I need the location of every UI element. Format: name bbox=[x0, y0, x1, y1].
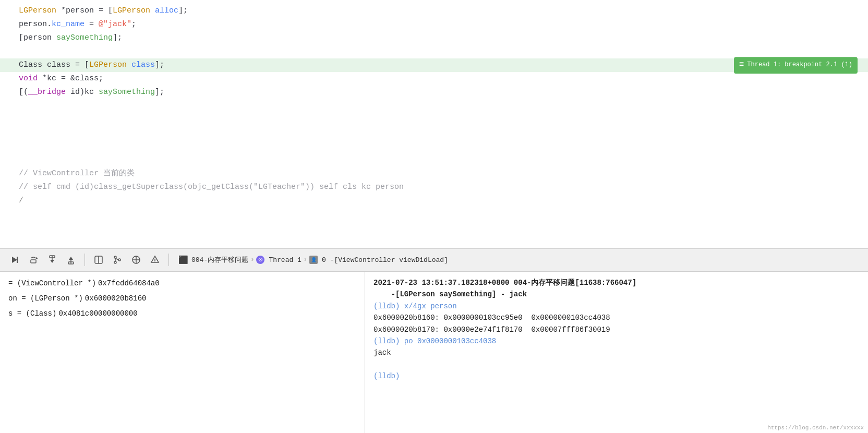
step-over-button[interactable] bbox=[25, 251, 42, 268]
console-line: (lldb) po 0x0000000103cc4038 bbox=[373, 335, 860, 347]
svg-rect-1 bbox=[17, 257, 18, 263]
thread-icon: ⦿ bbox=[256, 256, 264, 264]
console-line: -[LGPerson saySomething] - jack bbox=[373, 288, 860, 300]
code-line-content: [(__bridge id)kc saySomething]; bbox=[0, 86, 164, 99]
code-line bbox=[0, 99, 868, 113]
step-out-button[interactable] bbox=[63, 251, 79, 268]
slash-marker: / bbox=[0, 194, 868, 208]
code-line-content bbox=[0, 45, 23, 58]
var-value: 0x7fedd64084a0 bbox=[98, 278, 160, 289]
breadcrumb-file[interactable]: ⬛ 004-内存平移问题 bbox=[178, 255, 248, 265]
breadcrumb-frame[interactable]: 👤 0 -[ViewController viewDidLoad] bbox=[309, 256, 448, 264]
breadcrumb-file-label: 004-内存平移问题 bbox=[191, 255, 248, 264]
svg-line-16 bbox=[115, 258, 118, 260]
svg-point-22 bbox=[154, 261, 155, 262]
code-line-content: // ViewController 当前的类 bbox=[0, 167, 135, 180]
panel-toggle-button[interactable] bbox=[90, 251, 107, 268]
console-line: 0x6000020b8160: 0x0000000103cc95e0 0x000… bbox=[373, 312, 860, 323]
variable-row: on = (LGPerson *) 0x6000020b8160 bbox=[0, 291, 365, 306]
var-name: on = (LGPerson *) bbox=[8, 293, 83, 304]
code-line: LGPerson *person = [LGPerson alloc]; bbox=[0, 4, 868, 18]
variables-panel: = (ViewController *) 0x7fedd64084a0on = … bbox=[0, 272, 365, 433]
code-line: [(__bridge id)kc saySomething]; bbox=[0, 86, 868, 99]
code-line-content bbox=[0, 127, 23, 139]
code-line: // ViewController 当前的类 bbox=[0, 167, 868, 181]
code-line-content: Class class = [LGPerson class]; bbox=[0, 59, 164, 71]
console-line: 0x6000020b8170: 0x0000e2e74f1f8170 0x000… bbox=[373, 324, 860, 335]
svg-point-12 bbox=[114, 256, 116, 258]
branch-button[interactable] bbox=[109, 251, 126, 268]
var-name: s = (Class) bbox=[8, 308, 56, 319]
svg-point-14 bbox=[118, 259, 120, 261]
filter-button[interactable] bbox=[128, 251, 144, 268]
svg-marker-8 bbox=[69, 257, 73, 260]
console-line: (lldb) bbox=[373, 370, 860, 382]
console-line: (lldb) x/4gx person bbox=[373, 300, 860, 312]
svg-marker-5 bbox=[50, 260, 54, 263]
continue-button[interactable] bbox=[6, 251, 23, 268]
breadcrumb-thread-label: Thread 1 bbox=[269, 256, 301, 264]
breadcrumb-thread[interactable]: ⦿ Thread 1 bbox=[256, 256, 301, 264]
console-line: 2021-07-23 13:51:37.182318+0800 004-内存平移… bbox=[373, 277, 860, 288]
code-line-content bbox=[0, 154, 23, 166]
variable-row: = (ViewController *) 0x7fedd64084a0 bbox=[0, 276, 365, 291]
code-line bbox=[0, 140, 868, 153]
breadcrumb: ⬛ 004-内存平移问题 › ⦿ Thread 1 › 👤 0 -[ViewCo… bbox=[178, 255, 448, 265]
svg-marker-2 bbox=[36, 257, 38, 259]
code-line-content bbox=[0, 140, 23, 153]
code-line-content: person.kc_name = @"jack"; bbox=[0, 18, 136, 31]
var-value: 0x4081c00000000000 bbox=[58, 308, 137, 319]
svg-point-13 bbox=[114, 261, 116, 263]
bottom-panel: = (ViewController *) 0x7fedd64084a0on = … bbox=[0, 271, 868, 433]
watermark: https://blog.csdn.net/xxxxxx bbox=[767, 425, 864, 431]
svg-marker-0 bbox=[12, 257, 17, 263]
console-line: jack bbox=[373, 347, 860, 358]
code-line bbox=[0, 45, 868, 58]
breadcrumb-sep-1: › bbox=[250, 256, 254, 263]
code-line-content: void *kc = &class; bbox=[0, 73, 103, 85]
code-line: void *kc = &class; bbox=[0, 72, 868, 86]
code-line: Class class = [LGPerson class];≡Thread 1… bbox=[0, 58, 868, 72]
var-value: 0x6000020b8160 bbox=[85, 293, 147, 304]
code-line bbox=[0, 126, 868, 140]
svg-rect-3 bbox=[31, 260, 36, 263]
code-line-content: LGPerson *person = [LGPerson alloc]; bbox=[0, 5, 188, 17]
var-name: = (ViewController *) bbox=[8, 278, 96, 289]
console-panel[interactable]: 2021-07-23 13:51:37.182318+0800 004-内存平移… bbox=[365, 272, 868, 433]
step-into-button[interactable] bbox=[44, 251, 61, 268]
code-line: person.kc_name = @"jack"; bbox=[0, 18, 868, 31]
code-lines: LGPerson *person = [LGPerson alloc];pers… bbox=[0, 0, 868, 212]
code-line-content bbox=[0, 113, 23, 126]
toolbar-divider-2 bbox=[168, 254, 169, 266]
code-line-content bbox=[0, 100, 23, 112]
code-line: [person saySomething]; bbox=[0, 31, 868, 45]
breadcrumb-frame-label: 0 -[ViewController viewDidLoad] bbox=[322, 256, 448, 264]
toolbar-divider-1 bbox=[85, 254, 85, 266]
code-line-content: // self cmd (id)class_getSuperclass(objc… bbox=[0, 181, 404, 194]
code-editor: LGPerson *person = [LGPerson alloc];pers… bbox=[0, 0, 868, 248]
console-line bbox=[373, 359, 860, 370]
code-line bbox=[0, 153, 868, 167]
code-line-content: [person saySomething]; bbox=[0, 32, 122, 44]
breadcrumb-sep-2: › bbox=[304, 256, 307, 263]
breakpoint-badge: ≡Thread 1: breakpoint 2.1 (1) bbox=[734, 57, 858, 74]
frame-icon: 👤 bbox=[309, 256, 318, 264]
navigate-button[interactable] bbox=[147, 251, 163, 268]
debug-toolbar: ⬛ 004-内存平移问题 › ⦿ Thread 1 › 👤 0 -[ViewCo… bbox=[0, 248, 868, 271]
code-line bbox=[0, 113, 868, 126]
variable-row: s = (Class) 0x4081c00000000000 bbox=[0, 306, 365, 321]
code-line: // self cmd (id)class_getSuperclass(objc… bbox=[0, 181, 868, 194]
